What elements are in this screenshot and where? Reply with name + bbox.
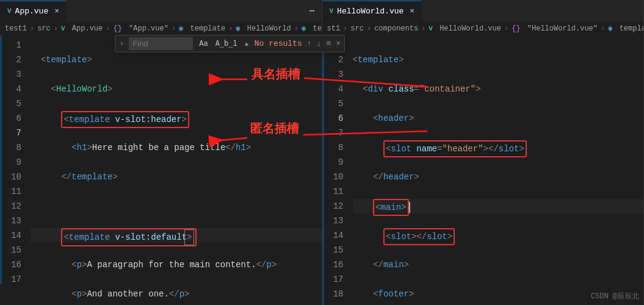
vue-icon: V — [330, 7, 334, 15]
whole-word-icon[interactable]: A̲b̲l — [214, 39, 239, 48]
crumb[interactable]: "App.vue" — [129, 24, 168, 33]
crumb[interactable]: template[v-slot:default] — [313, 24, 321, 33]
anon-slot-usage: <template v-slot:default> — [61, 228, 197, 246]
vue-icon: V — [7, 7, 12, 15]
tab-bar: VHelloWorld.vue× — [322, 0, 644, 21]
cube-icon: ◉ — [608, 24, 612, 33]
find-in-selection-icon[interactable]: ≡ — [326, 39, 331, 48]
find-results: No results — [255, 39, 302, 48]
code-area[interactable]: <template> <HelloWorld> <template v-slot… — [31, 35, 322, 305]
crumb[interactable]: src — [350, 24, 364, 33]
code-area[interactable]: <template> <div class="container"> <head… — [353, 35, 644, 305]
named-slot-def: <slot name="header"></slot> — [383, 140, 527, 157]
tab-label: HelloWorld.vue — [337, 7, 403, 16]
crumb[interactable]: template — [190, 24, 226, 33]
expand-icon[interactable]: › — [119, 39, 124, 48]
editor-right[interactable]: 12345678910111213141516171819 <template>… — [322, 35, 644, 305]
match-case-icon[interactable]: Aa — [198, 40, 209, 48]
crumb[interactable]: components — [374, 24, 418, 33]
editor-left[interactable]: 1234567891011121314151617 <template> <He… — [0, 35, 322, 305]
crumb[interactable]: "HelloWorld.vue" — [527, 24, 598, 33]
anon-slot-def: <slot></slot> — [383, 228, 455, 245]
right-pane: VHelloWorld.vue× st1› src› components› V… — [322, 0, 645, 305]
more-icon[interactable]: ⋯ — [309, 5, 315, 16]
next-match-icon[interactable]: ↓ — [317, 39, 322, 48]
breadcrumb[interactable]: test1› src› V App.vue› {} "App.vue"› ◉ t… — [0, 21, 322, 35]
gutter: 12345678910111213141516171819 — [322, 35, 353, 305]
crumb[interactable]: template — [620, 24, 643, 33]
crumb[interactable]: test1 — [5, 24, 27, 33]
tab-helloworld-vue[interactable]: VHelloWorld.vue× — [322, 1, 422, 21]
prev-match-icon[interactable]: ↑ — [307, 39, 312, 48]
vue-icon: V — [429, 25, 433, 32]
tab-bar: VApp.vue× ⋯ — [0, 0, 322, 21]
json-icon: {} — [512, 24, 520, 33]
vue-icon: V — [61, 25, 65, 32]
breadcrumb[interactable]: st1› src› components› V HelloWorld.vue› … — [322, 21, 644, 35]
gutter: 1234567891011121314151617 — [0, 35, 31, 305]
json-icon: {} — [113, 24, 121, 33]
main-box: <main> — [373, 199, 408, 216]
cube-icon: ◉ — [179, 24, 183, 33]
crumb[interactable]: src — [37, 24, 51, 33]
watermark: CSDN @辰辰北 — [591, 291, 639, 301]
close-find-icon[interactable]: × — [336, 39, 341, 48]
cube-icon: ◉ — [302, 24, 306, 33]
tab-app-vue[interactable]: VApp.vue× — [0, 1, 67, 21]
regex-icon[interactable]: ⁎ — [244, 39, 250, 48]
cube-icon: ◉ — [236, 24, 240, 33]
tab-label: App.vue — [15, 7, 49, 16]
find-widget[interactable]: › Aa A̲b̲l ⁎ No results ↑ ↓ ≡ × — [115, 35, 345, 52]
crumb[interactable]: HelloWorld — [247, 24, 291, 33]
find-input[interactable] — [129, 37, 193, 50]
crumb[interactable]: st1 — [327, 24, 341, 33]
crumb[interactable]: App.vue — [72, 24, 103, 33]
tab-close-icon[interactable]: × — [410, 7, 414, 16]
tab-close-icon[interactable]: × — [54, 7, 59, 16]
named-slot-usage: <template v-slot:header> — [61, 111, 189, 128]
crumb[interactable]: HelloWorld.vue — [440, 24, 501, 33]
